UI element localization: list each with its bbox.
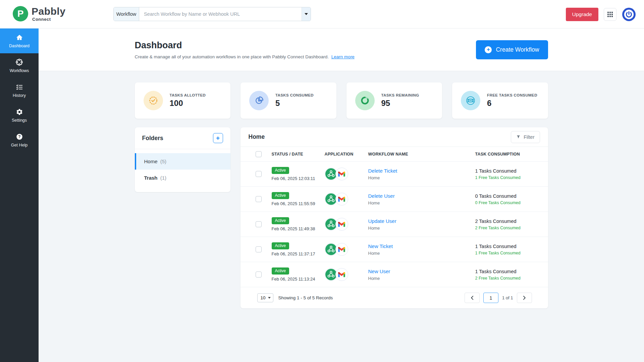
workflow-link[interactable]: Delete Ticket	[368, 168, 397, 174]
pabbly-logo[interactable]: P Pabbly Connect	[13, 6, 65, 22]
search-input[interactable]	[139, 7, 302, 21]
sidebar-item-settings[interactable]: Settings	[0, 103, 39, 128]
workflow-link[interactable]: New Ticket	[368, 243, 393, 249]
page-size-select[interactable]: 10	[257, 293, 273, 302]
workflow-name-cell: New User Home	[368, 268, 475, 281]
workflow-name-cell: New Ticket Home	[368, 243, 475, 256]
tasks-consumed: 0 Tasks Consumed	[475, 193, 526, 199]
filter-button[interactable]: Filter	[511, 131, 540, 143]
status-date-cell: Active Feb 06, 2025 11:55:59	[272, 192, 325, 206]
table-footer: 10 Showing 1 - 5 of 5 Records	[240, 287, 548, 308]
row-date: Feb 06, 2025 11:49:38	[272, 226, 325, 231]
pie-chart-icon	[249, 91, 269, 110]
workflow-folder: Home	[368, 226, 475, 231]
workflow-folder: Home	[368, 251, 475, 256]
select-all-checkbox[interactable]	[256, 151, 262, 157]
svg-text:FREE: FREE	[468, 100, 473, 102]
search-dropdown-toggle[interactable]	[302, 7, 311, 21]
stat-label: FREE TASKS CONSUMED	[487, 93, 537, 97]
dashboard-content: TASKS ALLOTTED 100 TASKS CONSUMED	[39, 71, 644, 308]
stat-value: 6	[487, 99, 537, 108]
column-workflow-name: WORKFLOW NAME	[368, 152, 475, 157]
page-header: Dashboard Create & manage all of your au…	[39, 28, 644, 71]
workflow-folder: Home	[368, 175, 475, 180]
free-tasks-consumed: 2 Free Tasks Consumed	[475, 226, 526, 230]
tasks-consumed: 2 Tasks Consumed	[475, 219, 526, 224]
status-date-cell: Active Feb 06, 2025 12:03:11	[272, 167, 325, 181]
filter-label: Filter	[524, 134, 534, 140]
create-workflow-button[interactable]: + Create Workflow	[476, 40, 548, 59]
workflow-link[interactable]: Delete User	[368, 193, 395, 199]
table-row: Active Feb 06, 2025 11:49:38 Update User…	[240, 212, 548, 237]
power-icon	[622, 7, 636, 21]
folder-count: (1)	[160, 175, 166, 181]
learn-more-link[interactable]: Learn more	[331, 54, 355, 59]
folder-name: Home	[144, 159, 158, 164]
application-cell	[325, 168, 368, 180]
status-badge: Active	[272, 192, 289, 199]
create-workflow-label: Create Workflow	[496, 46, 539, 53]
add-folder-button[interactable]: +	[213, 133, 223, 143]
sidebar-item-workflows[interactable]: Workflows	[0, 53, 39, 78]
workflow-name-cell: Delete User Home	[368, 193, 475, 205]
table-row: Active Feb 06, 2025 12:03:11 Delete Tick…	[240, 161, 548, 186]
row-checkbox[interactable]	[256, 246, 262, 252]
status-badge: Active	[272, 242, 289, 249]
next-page-button[interactable]	[517, 293, 532, 303]
gmail-icon	[335, 218, 348, 231]
sidebar-item-history[interactable]: History	[0, 78, 39, 103]
sidebar-item-get-help[interactable]: ? Get Help	[0, 128, 39, 153]
logo-subtitle: Connect	[32, 17, 65, 22]
sidebar: Dashboard Workflows History S	[0, 28, 39, 362]
stat-value: 100	[170, 99, 206, 108]
folder-item-trash[interactable]: Trash (1)	[135, 170, 230, 186]
gear-icon	[16, 108, 23, 116]
stat-value: 5	[275, 99, 314, 108]
workflow-link[interactable]: Update User	[368, 218, 396, 224]
upgrade-button[interactable]: Upgrade	[566, 8, 598, 21]
gmail-icon	[335, 243, 348, 256]
caret-down-icon	[305, 13, 308, 15]
prev-page-button[interactable]	[465, 293, 480, 303]
page-range-label: 1 of 1	[502, 295, 513, 300]
sidebar-item-label: Workflows	[10, 68, 29, 73]
page-number-input[interactable]	[483, 293, 498, 303]
badge-check-icon	[144, 91, 163, 110]
table-title: Home	[249, 133, 265, 140]
tasks-consumed: 1 Tasks Consumed	[475, 244, 526, 249]
tasks-consumed: 1 Tasks Consumed	[475, 168, 526, 174]
table-row: Active Feb 06, 2025 11:37:17 New Ticket …	[240, 237, 548, 262]
row-checkbox[interactable]	[256, 171, 262, 177]
status-date-cell: Active Feb 06, 2025 11:49:38	[272, 217, 325, 231]
home-icon	[16, 34, 23, 41]
stat-label: TASKS ALLOTTED	[170, 93, 206, 97]
tasks-consumed: 1 Tasks Consumed	[475, 269, 526, 274]
row-checkbox[interactable]	[256, 221, 262, 227]
stat-value: 95	[381, 99, 419, 108]
page-title: Dashboard	[135, 40, 355, 51]
sidebar-item-dashboard[interactable]: Dashboard	[0, 28, 39, 53]
task-consumption-cell: 1 Tasks Consumed 2 Free Tasks Consumed	[475, 269, 526, 281]
help-question-icon: ?	[16, 133, 23, 140]
row-date: Feb 06, 2025 12:03:11	[272, 176, 325, 181]
workflow-link[interactable]: New User	[368, 268, 390, 274]
status-badge: Active	[272, 217, 289, 224]
free-stamp-icon: FREE	[461, 91, 480, 110]
workflow-search: Workflow	[113, 7, 311, 21]
account-power-button[interactable]	[622, 7, 636, 21]
folder-item-home[interactable]: Home (5)	[135, 153, 230, 170]
table-header-row: STATUS / DATE APPLICATION WORKFLOW NAME …	[240, 146, 548, 161]
free-tasks-consumed: 1 Free Tasks Consumed	[475, 251, 526, 255]
sidebar-item-label: Settings	[12, 118, 27, 123]
folder-count: (5)	[160, 159, 166, 164]
row-checkbox[interactable]	[256, 272, 262, 278]
row-checkbox[interactable]	[256, 196, 262, 202]
sidebar-item-label: Get Help	[11, 143, 28, 147]
table-row: Active Feb 06, 2025 11:55:59 Delete User…	[240, 186, 548, 212]
folders-title: Folders	[142, 135, 163, 142]
row-date: Feb 06, 2025 11:37:17	[272, 251, 325, 256]
apps-grid-button[interactable]	[604, 8, 616, 21]
funnel-icon	[516, 135, 521, 139]
caret-down-icon	[268, 297, 271, 299]
column-application: APPLICATION	[325, 152, 368, 157]
